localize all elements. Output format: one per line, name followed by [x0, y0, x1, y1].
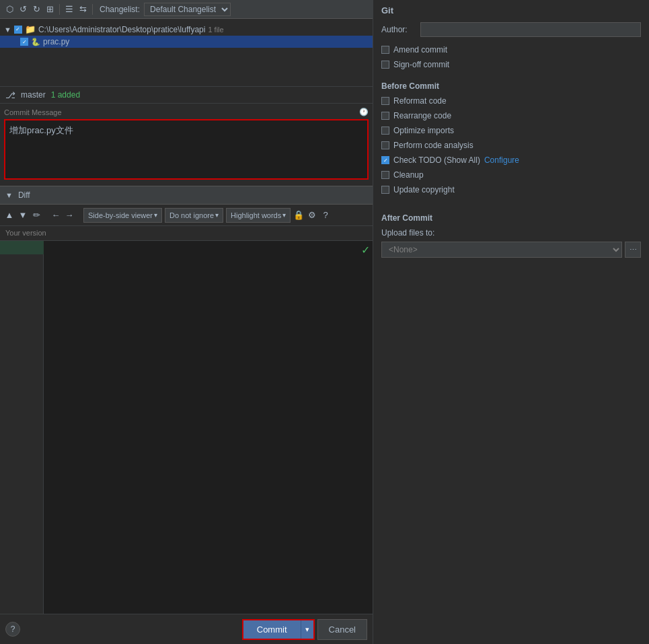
left-panel: ⬡ ↺ ↻ ⊞ ☰ ⇆ Changelist: Default Changeli…: [0, 0, 373, 644]
check-todo-label: Check TODO (Show All): [393, 155, 480, 165]
diff-icon[interactable]: ⇆: [77, 4, 88, 15]
upload-extra-btn[interactable]: ⋯: [625, 242, 641, 258]
perform-analysis-checkbox[interactable]: [381, 141, 389, 149]
edit-icon[interactable]: ✏: [31, 210, 42, 221]
reformat-code-checkbox[interactable]: [381, 97, 389, 105]
sep1: [59, 4, 60, 15]
configure-link[interactable]: Configure: [484, 155, 519, 165]
highlight-dropdown[interactable]: Highlight words ▾: [226, 208, 291, 223]
help-diff-icon[interactable]: ?: [320, 210, 331, 221]
forward-icon[interactable]: →: [64, 210, 75, 221]
folder-checkbox[interactable]: [14, 26, 22, 34]
file-name: prac.py: [43, 37, 69, 46]
diff-checkmark: ✓: [361, 244, 370, 256]
update-copyright-label: Update copyright: [393, 185, 455, 194]
after-commit-title: After Commit: [381, 213, 641, 223]
reformat-code-row[interactable]: Reformat code: [381, 96, 641, 106]
author-label: Author:: [381, 25, 415, 34]
back-icon[interactable]: ←: [50, 210, 61, 221]
author-row: Author:: [381, 22, 641, 37]
right-panel: Git Author: Amend commit Sign-off commit…: [373, 0, 649, 644]
upload-label: Upload files to:: [381, 228, 641, 238]
your-version-label: Your version: [0, 226, 373, 241]
sign-off-label: Sign-off commit: [393, 60, 449, 69]
settings-icon[interactable]: ⚙: [307, 210, 317, 221]
git-title: Git: [381, 5, 641, 15]
rearrange-code-checkbox[interactable]: [381, 112, 389, 120]
diff-header: ▼ Diff: [0, 186, 373, 205]
commit-message-textarea[interactable]: 增加prac.py文件: [4, 119, 369, 180]
arrow-icon[interactable]: ⬡: [4, 4, 15, 15]
collapse-icon: ▼: [4, 26, 11, 34]
help-button[interactable]: ?: [5, 622, 20, 637]
commit-button[interactable]: Commit: [243, 620, 301, 639]
rearrange-code-label: Rearrange code: [393, 111, 451, 120]
perform-analysis-row[interactable]: Perform code analysis: [381, 141, 641, 150]
main-container: ⬡ ↺ ↻ ⊞ ☰ ⇆ Changelist: Default Changeli…: [0, 0, 649, 644]
down-arrow-icon[interactable]: ▼: [17, 210, 28, 221]
commit-message-label-row: Commit Message 🕐: [4, 108, 369, 116]
undo-icon[interactable]: ↺: [17, 4, 28, 15]
rearrange-code-row[interactable]: Rearrange code: [381, 111, 641, 120]
tree-icon[interactable]: ⊞: [44, 4, 55, 15]
bottom-bar: ? Commit ▾ Cancel: [0, 614, 373, 644]
diff-gutter-green: [0, 241, 44, 254]
file-tree: ▼ 📁 C:\Users\Administrator\Desktop\prati…: [0, 19, 373, 86]
branch-icon: ⎇: [5, 90, 15, 100]
perform-analysis-label: Perform code analysis: [393, 141, 473, 150]
reformat-code-label: Reformat code: [393, 96, 447, 106]
cancel-button[interactable]: Cancel: [317, 619, 367, 640]
commit-message-section: Commit Message 🕐 增加prac.py文件: [0, 104, 373, 186]
ignore-chevron: ▾: [215, 211, 219, 219]
cleanup-row[interactable]: Cleanup: [381, 170, 641, 180]
amend-commit-row[interactable]: Amend commit: [381, 45, 641, 55]
changelist-label: Changelist:: [100, 5, 140, 14]
commit-btn-wrapper: Commit ▾: [242, 619, 315, 640]
commit-dropdown-button[interactable]: ▾: [301, 620, 313, 639]
before-commit-title: Before Commit: [381, 81, 641, 91]
folder-row[interactable]: ▼ 📁 C:\Users\Administrator\Desktop\prati…: [0, 23, 373, 36]
update-copyright-row[interactable]: Update copyright: [381, 185, 641, 194]
viewer-label: Side-by-side viewer: [88, 211, 153, 219]
diff-toolbar: ▲ ▼ ✏ ← → Side-by-side viewer ▾ Do not i…: [0, 205, 373, 226]
upload-select[interactable]: <None>: [381, 242, 622, 258]
added-badge: 1 added: [51, 90, 80, 100]
file-checkbox[interactable]: [20, 38, 28, 46]
check-todo-row[interactable]: Check TODO (Show All) Configure: [381, 155, 641, 165]
update-copyright-checkbox[interactable]: [381, 186, 389, 194]
after-commit-section: After Commit Upload files to: <None> ⋯: [381, 207, 641, 258]
python-file-icon: 🐍: [31, 38, 40, 46]
diff-section: ▼ Diff ▲ ▼ ✏ ← → Side-by-side viewer ▾ D…: [0, 186, 373, 614]
cleanup-checkbox[interactable]: [381, 171, 389, 179]
viewer-chevron: ▾: [154, 211, 157, 219]
up-arrow-icon[interactable]: ▲: [4, 210, 15, 221]
diff-gutter: [0, 241, 44, 614]
diff-collapse-icon[interactable]: ▼: [5, 191, 13, 199]
clock-icon: 🕐: [359, 108, 369, 116]
highlight-label: Highlight words: [231, 211, 281, 219]
optimize-imports-row[interactable]: Optimize imports: [381, 126, 641, 135]
sign-off-row[interactable]: Sign-off commit: [381, 60, 641, 69]
upload-row: <None> ⋯: [381, 242, 641, 258]
file-count: 1 file: [208, 26, 223, 34]
optimize-imports-checkbox[interactable]: [381, 127, 389, 135]
status-bar: ⎇ master 1 added: [0, 86, 373, 104]
amend-commit-checkbox[interactable]: [381, 46, 389, 54]
ignore-dropdown[interactable]: Do not ignore ▾: [165, 208, 223, 223]
redo-icon[interactable]: ↻: [31, 4, 42, 15]
cleanup-label: Cleanup: [393, 170, 424, 180]
list-icon[interactable]: ☰: [64, 4, 75, 15]
changelist-dropdown[interactable]: Default Changelist: [144, 3, 231, 16]
viewer-dropdown[interactable]: Side-by-side viewer ▾: [83, 208, 162, 223]
commit-cancel-group: Commit ▾ Cancel: [242, 619, 367, 640]
sign-off-checkbox[interactable]: [381, 61, 389, 69]
optimize-imports-label: Optimize imports: [393, 126, 454, 135]
diff-title: Diff: [18, 190, 30, 200]
file-row[interactable]: 🐍 prac.py: [0, 36, 373, 48]
lock-icon[interactable]: 🔒: [293, 210, 304, 221]
author-input[interactable]: [420, 22, 641, 37]
folder-icon: 📁: [25, 24, 36, 34]
diff-content: ✓: [0, 241, 373, 614]
check-todo-checkbox[interactable]: [381, 156, 389, 164]
branch-name: master: [21, 90, 46, 100]
